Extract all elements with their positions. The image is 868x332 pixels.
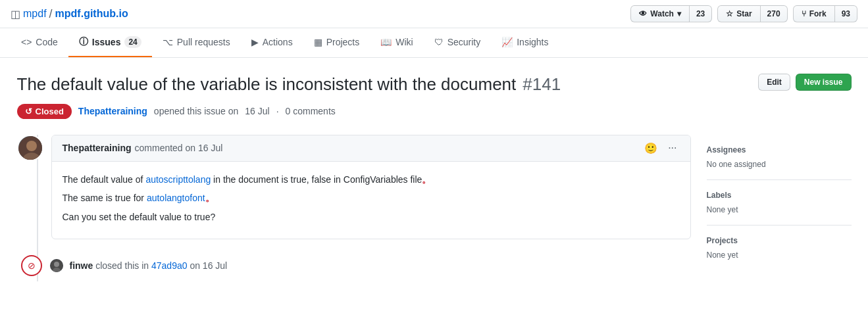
issue-sidebar: Assignees No one assigned Labels None ye… [707,135,852,270]
comment-action: commented on 16 Jul [135,143,223,153]
comment-link-1[interactable]: autoscripttolang [145,174,211,185]
star-count[interactable]: 270 [760,5,788,22]
more-button[interactable]: ··· [665,141,679,155]
tab-issues[interactable]: ⓘ Issues 24 [68,28,152,57]
assignees-label: Assignees [707,145,852,154]
repo-owner-link[interactable]: mpdf [23,8,47,20]
repo-title: ◫ mpdf / mpdf.github.io [11,7,128,21]
sidebar-assignees: Assignees No one assigned [707,135,852,180]
issue-separator: · [276,106,279,116]
tab-code[interactable]: <> Code [11,29,68,57]
svg-point-4 [54,262,59,267]
comment-line2: The same is true for autolangtofont。 [63,191,680,205]
new-issue-button[interactable]: New issue [796,74,852,91]
issue-layout: Thepatteraining commented on 16 Jul 🙂 ··… [17,135,852,281]
tab-projects[interactable]: ▦ Projects [303,29,370,57]
avatar [17,135,43,161]
watch-dropdown-icon: ▾ [677,9,681,18]
labels-value: None yet [707,205,852,214]
security-icon: 🛡 [434,37,444,47]
event-actor[interactable]: finwe [70,260,93,271]
closed-event-icon: ⊘ [21,255,42,276]
tab-actions[interactable]: ▶ Actions [241,29,303,57]
issue-author-link[interactable]: Thepatteraining [78,106,147,116]
sidebar-labels: Labels None yet [707,180,852,225]
watch-count[interactable]: 23 [689,5,712,22]
code-icon: <> [21,37,32,47]
tab-insights[interactable]: 📈 Insights [491,29,559,57]
emoji-button[interactable]: 🙂 [642,141,660,156]
fork-button[interactable]: ⑂ Fork [793,5,834,22]
comment-header-right: 🙂 ··· [642,141,679,156]
fork-icon: ⑂ [802,9,806,18]
star-group: ☆ Star 270 [717,5,787,22]
issues-icon: ⓘ [79,36,88,48]
issue-opened-text: opened this issue on [154,106,238,116]
tab-security[interactable]: 🛡 Security [424,29,492,57]
separator: / [49,7,53,21]
issue-header-actions: Edit New issue [758,74,851,91]
issue-meta: ↺ Closed Thepatteraining opened this iss… [17,104,852,119]
issues-badge: 24 [124,36,141,48]
closed-icon: ↺ [25,107,32,116]
event-commit-link[interactable]: 47ad9a0 [151,260,188,271]
eye-icon: 👁 [639,9,647,18]
top-actions: 👁 Watch ▾ 23 ☆ Star 270 ⑂ Fork 93 [630,5,857,22]
tab-wiki[interactable]: 📖 Wiki [370,29,423,57]
repo-name-link[interactable]: mpdf.github.io [55,8,128,20]
comment-link-2[interactable]: autolangtofont [147,193,205,203]
wiki-icon: 📖 [380,37,392,47]
comment-author: Thepatteraining [63,143,132,153]
watch-group: 👁 Watch ▾ 23 [630,5,712,22]
issue-title-row: The default value of the variable is inc… [17,74,748,96]
repo-icon: ◫ [11,8,20,20]
content: The default value of the variable is inc… [7,58,862,281]
actions-icon: ▶ [251,37,259,47]
timeline: Thepatteraining commented on 16 Jul 🙂 ··… [17,135,691,281]
comment-line3: Can you set the default value to true? [63,210,680,224]
fork-group: ⑂ Fork 93 [793,5,857,22]
issue-comments: 0 comments [286,106,336,116]
fork-count[interactable]: 93 [834,5,857,22]
projects-label: Projects [707,236,852,245]
timeline-event-closed: ⊘ finwe closed this in 47ad9a0 on 16 Jul [17,250,691,281]
nav-tabs: <> Code ⓘ Issues 24 ⌥ Pull requests ▶ Ac… [0,28,868,58]
comment-body: The default value of autoscripttolang in… [52,162,690,239]
top-bar: ◫ mpdf / mpdf.github.io 👁 Watch ▾ 23 ☆ S… [0,0,868,28]
star-icon: ☆ [726,9,733,18]
labels-label: Labels [707,191,852,200]
comment-header: Thepatteraining commented on 16 Jul 🙂 ··… [52,135,690,162]
insights-icon: 📈 [501,37,513,47]
event-avatar [50,259,63,272]
assignees-value: No one assigned [707,160,852,169]
tab-pull-requests[interactable]: ⌥ Pull requests [152,29,241,57]
issue-header: The default value of the variable is inc… [17,74,852,96]
issue-main: Thepatteraining commented on 16 Jul 🙂 ··… [17,135,691,281]
comment-line1: The default value of autoscripttolang in… [63,172,680,187]
comment-header-left: Thepatteraining commented on 16 Jul [63,143,223,153]
event-text: finwe closed this in 47ad9a0 on 16 Jul [70,260,228,271]
pr-icon: ⌥ [163,37,173,47]
issue-title: The default value of the variable is inc… [17,74,517,96]
svg-point-1 [26,141,37,151]
projects-icon: ▦ [314,37,322,47]
edit-button[interactable]: Edit [758,74,790,91]
comment-box: Thepatteraining commented on 16 Jul 🙂 ··… [51,135,691,239]
timeline-item-comment: Thepatteraining commented on 16 Jul 🙂 ··… [17,135,691,239]
star-button[interactable]: ☆ Star [717,5,759,22]
issue-date: 16 Jul [245,106,269,116]
watch-button[interactable]: 👁 Watch ▾ [630,5,689,22]
issue-number: #141 [523,74,561,95]
sidebar-projects: Projects None yet [707,225,852,270]
projects-value: None yet [707,250,852,260]
status-badge: ↺ Closed [17,104,72,119]
